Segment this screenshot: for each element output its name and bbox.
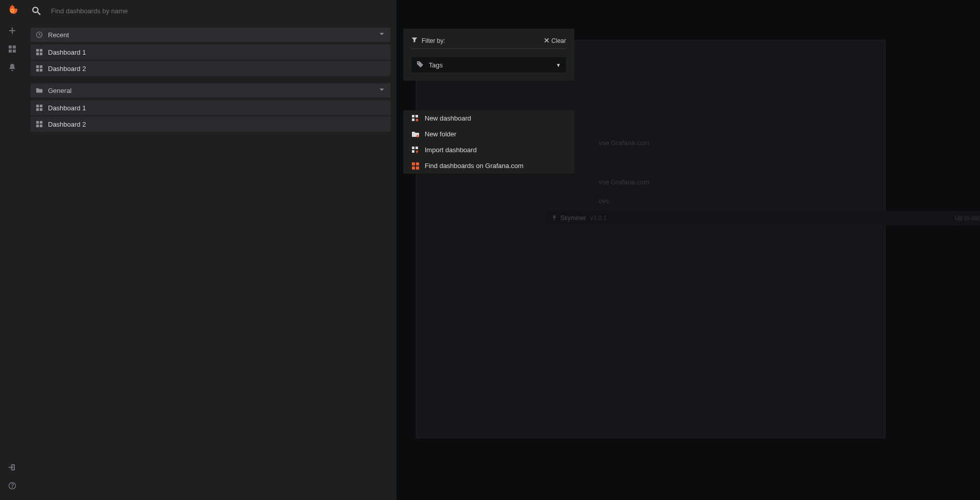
filter-header: Filter by: Clear <box>411 37 566 49</box>
bg-datasource-status: Up to date <box>955 215 980 222</box>
svg-rect-18 <box>36 108 39 111</box>
svg-rect-2 <box>13 45 16 49</box>
search-topbar <box>24 0 397 21</box>
new-dashboard-icon <box>411 114 420 123</box>
dashboard-icon <box>36 49 43 56</box>
actions-panel: New dashboard New folder Import dashboar… <box>403 110 574 174</box>
search-input[interactable] <box>51 7 390 15</box>
tags-select[interactable]: Tags ▼ <box>411 57 566 73</box>
svg-rect-4 <box>13 50 16 53</box>
dashboard-item[interactable]: Dashboard 1 <box>31 100 390 115</box>
dashboard-item[interactable]: Dashboard 2 <box>31 61 390 76</box>
svg-rect-22 <box>36 125 39 127</box>
svg-rect-32 <box>412 166 415 170</box>
svg-rect-11 <box>40 53 42 55</box>
svg-rect-19 <box>40 108 42 111</box>
nav-dashboards-button[interactable] <box>0 40 24 58</box>
folder-icon <box>36 87 43 94</box>
plug-icon <box>551 213 557 223</box>
svg-rect-3 <box>9 50 12 53</box>
action-label: New folder <box>425 130 456 138</box>
svg-point-6 <box>33 7 38 12</box>
svg-rect-16 <box>36 105 39 107</box>
filter-clear-button[interactable]: Clear <box>544 37 566 44</box>
caret-down-icon: ▼ <box>556 62 561 68</box>
action-label: Find dashboards on Grafana.com <box>425 162 524 170</box>
section-recent: Recent Dashboard 1 Dashboard 2 <box>31 28 390 76</box>
filter-clear-label: Clear <box>551 37 566 44</box>
bg-datasources-heading: ces <box>599 197 609 205</box>
svg-rect-31 <box>416 162 419 165</box>
dashboard-item-label: Dashboard 1 <box>48 49 86 56</box>
filter-title: Filter by: <box>422 37 445 44</box>
close-icon <box>544 37 549 44</box>
action-find-on-grafana[interactable]: Find dashboards on Grafana.com <box>403 158 574 174</box>
svg-rect-12 <box>36 65 39 68</box>
dashboard-item[interactable]: Dashboard 2 <box>31 116 390 132</box>
chevron-down-icon <box>378 86 385 95</box>
section-general: General Dashboard 1 Dashboard 2 <box>31 83 390 132</box>
grafana-grid-icon <box>411 162 420 170</box>
search-icon <box>32 6 41 15</box>
svg-rect-30 <box>412 162 415 165</box>
svg-rect-25 <box>415 115 418 117</box>
svg-rect-27 <box>412 147 414 149</box>
svg-rect-29 <box>412 150 414 153</box>
dashboard-item[interactable]: Dashboard 1 <box>31 44 390 60</box>
dashboard-item-label: Dashboard 2 <box>48 65 86 73</box>
svg-rect-26 <box>412 118 414 121</box>
svg-rect-24 <box>412 115 414 117</box>
svg-rect-1 <box>9 45 12 49</box>
svg-rect-13 <box>40 65 42 68</box>
svg-rect-8 <box>36 49 39 52</box>
svg-rect-17 <box>40 105 42 107</box>
section-recent-title: Recent <box>48 31 69 39</box>
section-general-header[interactable]: General <box>31 83 390 98</box>
nav-help-button[interactable] <box>0 477 24 495</box>
dashboard-icon <box>36 104 43 111</box>
tag-icon <box>416 61 424 69</box>
grafana-logo[interactable] <box>0 0 24 21</box>
svg-rect-15 <box>40 69 42 72</box>
nav-signin-button[interactable] <box>0 458 24 477</box>
chevron-down-icon <box>378 31 385 39</box>
nav-create-button[interactable] <box>0 21 24 40</box>
bg-datasource-name: Skyminer <box>560 215 586 222</box>
dashboard-item-label: Dashboard 2 <box>48 121 86 128</box>
svg-rect-20 <box>36 121 39 124</box>
svg-rect-10 <box>36 53 39 55</box>
section-recent-header[interactable]: Recent <box>31 28 390 42</box>
dashboard-icon <box>36 121 43 128</box>
filter-panel: Filter by: Clear Tags ▼ <box>403 29 574 81</box>
svg-rect-9 <box>40 49 42 52</box>
bg-browse-text-1: vse Grafana.com <box>599 139 649 147</box>
svg-rect-23 <box>40 125 42 127</box>
svg-rect-33 <box>416 166 419 170</box>
left-nav <box>0 0 24 500</box>
svg-rect-28 <box>415 147 418 149</box>
nav-alerting-button[interactable] <box>0 58 24 77</box>
funnel-icon <box>411 37 418 44</box>
bg-browse-text-2: vse Grafana.com <box>599 178 649 186</box>
dashboard-item-label: Dashboard 1 <box>48 104 86 112</box>
action-import-dashboard[interactable]: Import dashboard <box>403 142 574 158</box>
import-dashboard-icon <box>411 146 420 154</box>
action-label: New dashboard <box>425 114 471 122</box>
action-new-dashboard[interactable]: New dashboard <box>403 110 574 126</box>
section-general-title: General <box>48 87 71 94</box>
dashboard-icon <box>36 65 43 72</box>
tags-select-label: Tags <box>429 61 443 69</box>
svg-rect-14 <box>36 69 39 72</box>
action-new-folder[interactable]: New folder <box>403 126 574 142</box>
action-label: Import dashboard <box>425 146 477 154</box>
new-folder-icon <box>411 130 420 138</box>
search-overlay: Recent Dashboard 1 Dashboard 2 <box>24 0 397 500</box>
bg-datasource-version: v3.0.1 <box>590 215 607 222</box>
clock-icon <box>36 31 43 38</box>
svg-rect-21 <box>40 121 42 124</box>
